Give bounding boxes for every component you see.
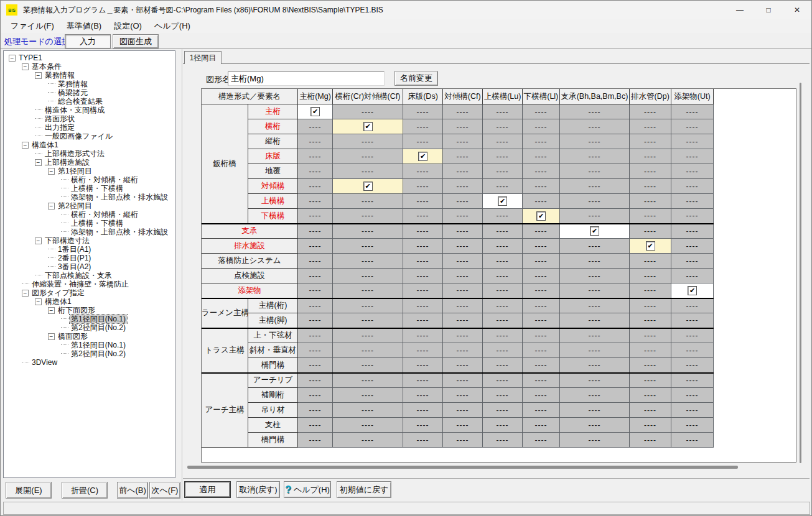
tree-item[interactable]: 第1径間目(No.1) [4,315,175,323]
tree-item-label[interactable]: 添架物・上部点検・排水施設 [70,193,169,201]
tree-item[interactable]: −下部構造寸法 [4,236,175,245]
tree-item-label[interactable]: 3番目(A2) [57,262,92,271]
menu-item-1[interactable]: 基準値(B) [60,19,108,33]
tree-item[interactable]: 一般図画像ファイル [4,132,175,141]
menu-item-0[interactable]: ファイル(F) [4,19,60,33]
tree-item[interactable]: 第2径間目(No.2) [4,323,175,332]
checked-cell[interactable]: ✔ [333,119,403,134]
tree-button-1[interactable]: 折畳(C) [62,482,108,499]
tree-item[interactable]: 総合検査結果 [4,97,175,106]
tree-item-label[interactable]: 第2径間目(No.2) [70,349,127,358]
collapse-minus-icon[interactable]: − [22,63,29,70]
tree-item-label[interactable]: 図形タイプ指定 [30,288,86,297]
tree-item[interactable]: 構造体・支間構成 [4,106,175,114]
tree-item-label[interactable]: 2番目(P1) [57,254,92,262]
tree-item-label[interactable]: 1番目(A1) [57,245,92,254]
tree-item[interactable]: −上部構造施設 [4,158,175,167]
tree-item-label[interactable]: 第2径間目 [57,201,93,210]
tree-item-label[interactable]: 業務情報 [44,71,76,80]
tree-item-label[interactable]: 上横構・下横構 [70,219,124,228]
tree-item[interactable]: 横桁・対傾構・縦桁 [4,210,175,219]
tree-item[interactable]: −第2径間目 [4,201,175,210]
menu-item-3[interactable]: ヘルプ(H) [148,19,197,33]
collapse-minus-icon[interactable]: − [9,55,16,62]
checked-cell[interactable]: ✔ [560,224,630,239]
checkbox-checked-icon[interactable]: ✔ [688,286,697,295]
minimize-button[interactable]: — [726,1,754,19]
tree-item-label[interactable]: 構造体1 [30,141,60,149]
tree-item-label[interactable]: 橋面図形 [57,332,89,341]
checkbox-checked-icon[interactable]: ✔ [536,211,546,221]
tree-item[interactable]: −構造体1 [4,141,175,149]
tree-item[interactable]: 路面形状 [4,114,175,123]
tree-item-label[interactable]: 第1径間目(No.1) [70,341,127,349]
collapse-minus-icon[interactable]: − [35,298,42,305]
rename-button[interactable]: 名前変更 [394,71,438,86]
tree-item[interactable]: 第1径間目(No.1) [4,341,175,349]
checked-cell[interactable]: ✔ [333,179,403,194]
tree-button-0[interactable]: 展開(E) [6,482,52,499]
tree-item[interactable]: 上横構・下横構 [4,184,175,193]
checkbox-checked-icon[interactable]: ✔ [498,196,507,206]
tree-item[interactable]: −業務情報 [4,71,175,80]
tree-item[interactable]: −桁下面図形 [4,306,175,315]
checked-cell[interactable]: ✔ [523,209,560,224]
tree-item[interactable]: 橋梁諸元 [4,88,175,97]
tree-item[interactable]: 伸縮装置・袖擁壁・落橋防止 [4,280,175,288]
action-button-0[interactable]: 適用 [184,481,231,498]
tree-item-label[interactable]: 構造体・支間構成 [44,106,106,114]
tree-item-label[interactable]: 出力指定 [44,123,76,132]
action-button-1[interactable]: 取消(戻す) [236,481,280,498]
checked-cell[interactable]: ✔ [630,239,671,254]
tree-item[interactable]: 2番目(P1) [4,254,175,262]
tree-item[interactable]: 上部構造形式寸法 [4,149,175,158]
tree-item-label[interactable]: 上横構・下横構 [70,184,124,193]
maximize-button[interactable]: □ [754,1,783,19]
horizontal-scrollbar[interactable] [187,466,738,469]
tree-item[interactable]: 1番目(A1) [4,245,175,254]
tree-item-label[interactable]: 横桁・対傾構・縦桁 [70,175,139,184]
tree-button-3[interactable]: 次へ(F) [149,482,180,499]
checked-cell[interactable]: ✔ [671,283,714,298]
tree-item-label[interactable]: 3DView [30,358,58,367]
collapse-minus-icon[interactable]: − [48,307,55,314]
collapse-minus-icon[interactable]: − [48,333,55,340]
tree-item-label[interactable]: TYPE1 [17,53,44,62]
tree-item-label[interactable]: 業務情報 [57,80,89,88]
tree-item[interactable]: 添架物・上部点検・排水施設 [4,193,175,201]
tree-item-label[interactable]: 下部点検施設・支承 [44,271,113,280]
tree-item[interactable]: 上横構・下横構 [4,219,175,228]
shape-name-input[interactable] [228,71,385,86]
checkbox-checked-icon[interactable]: ✔ [363,182,373,191]
tree-item-label[interactable]: 第1径間目 [57,167,93,175]
tree-item-label[interactable]: 桁下面図形 [57,306,96,315]
action-button-3[interactable]: 初期値に戻す [337,481,391,498]
tree-item-label[interactable]: 上部構造形式寸法 [44,149,106,158]
tree-item[interactable]: −TYPE1 [4,53,175,62]
tree-item[interactable]: −第1径間目 [4,167,175,175]
drawing-generate-mode-button[interactable]: 図面生成 [113,34,159,48]
tree-button-2[interactable]: 前へ(B) [117,482,148,499]
tree-item[interactable]: −図形タイプ指定 [4,288,175,297]
tree-item-label[interactable]: 横桁・対傾構・縦桁 [70,210,139,219]
tree-item-label[interactable]: 伸縮装置・袖擁壁・落橋防止 [30,280,130,288]
tree-item[interactable]: −橋面図形 [4,332,175,341]
tree-item[interactable]: 添架物・上部点検・排水施設 [4,228,175,236]
tree-item[interactable]: −基本条件 [4,62,175,71]
checkbox-checked-icon[interactable]: ✔ [590,226,599,236]
collapse-minus-icon[interactable]: − [22,142,29,149]
tree-item[interactable]: 横桁・対傾構・縦桁 [4,175,175,184]
tree-item-label[interactable]: 構造体1 [44,297,73,306]
tree-item[interactable]: 出力指定 [4,123,175,132]
tree-item[interactable]: 3DView [4,358,175,367]
collapse-minus-icon[interactable]: − [48,203,55,210]
tree-item-label[interactable]: 添架物・上部点検・排水施設 [70,228,169,236]
vertical-scrollbar[interactable] [800,83,801,463]
checked-cell[interactable]: ✔ [298,104,333,119]
collapse-minus-icon[interactable]: − [35,159,42,166]
tree-item-label[interactable]: 下部構造寸法 [44,236,91,245]
tree-item-label[interactable]: 基本条件 [30,62,63,71]
checked-cell[interactable]: ✔ [483,194,523,209]
collapse-minus-icon[interactable]: − [35,72,42,79]
tree-item-label[interactable]: 第2径間目(No.2) [70,323,127,332]
